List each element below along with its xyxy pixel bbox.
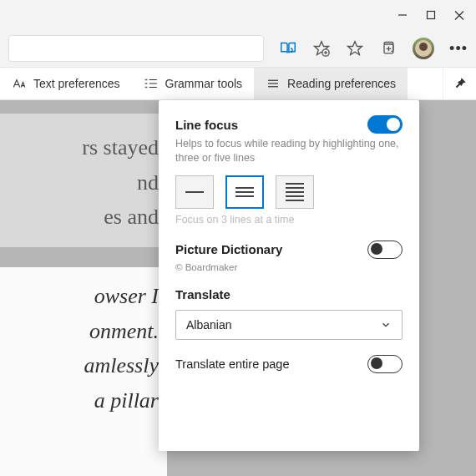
line-focus-hint: Focus on 3 lines at a time <box>175 214 403 225</box>
picture-dictionary-copyright: © Boardmaker <box>175 262 403 272</box>
reading-preferences-button[interactable]: Reading preferences <box>254 68 408 99</box>
reading-preferences-icon <box>266 76 281 91</box>
window-titlebar <box>0 0 476 30</box>
translate-title: Translate <box>175 287 403 301</box>
grammar-tools-icon <box>144 76 159 91</box>
profile-avatar[interactable] <box>413 38 434 59</box>
grammar-tools-label: Grammar tools <box>165 77 243 90</box>
collections-icon[interactable] <box>379 39 398 58</box>
maximize-button[interactable] <box>426 10 436 20</box>
translate-selected-label: Albanian <box>186 318 232 332</box>
translate-entire-page-toggle[interactable] <box>367 355 403 373</box>
favorites-icon[interactable] <box>346 39 364 58</box>
address-input[interactable] <box>8 35 264 62</box>
grammar-tools-button[interactable]: Grammar tools <box>132 68 255 99</box>
reader-toolbar: Text preferences Grammar tools Reading p… <box>0 67 476 100</box>
picture-dictionary-toggle[interactable] <box>367 241 403 259</box>
line-focus-option-1[interactable] <box>175 175 214 209</box>
line-focus-help: Helps to focus while reading by highligh… <box>175 137 403 165</box>
svg-rect-1 <box>428 12 435 19</box>
line-focus-options <box>175 175 403 209</box>
svg-marker-8 <box>348 42 362 55</box>
translate-entire-page-label: Translate entire page <box>175 357 290 371</box>
minimize-button[interactable] <box>398 10 408 20</box>
immersive-reader-icon[interactable] <box>279 39 297 58</box>
reading-preferences-label: Reading preferences <box>287 77 396 90</box>
page-text-block-2: owser I onment. amlessly a pillar <box>0 267 167 476</box>
address-bar-row: ••• <box>0 30 476 67</box>
line-focus-toggle[interactable] <box>367 115 403 134</box>
reading-preferences-panel: Line focus Helps to focus while reading … <box>159 100 419 451</box>
line-focus-option-3[interactable] <box>225 175 264 209</box>
line-focus-title: Line focus <box>175 118 238 132</box>
more-menu-icon[interactable]: ••• <box>449 40 468 58</box>
chevron-down-icon <box>380 319 392 331</box>
close-button[interactable] <box>454 10 464 20</box>
content-area: rs stayed nd es and owser I onment. amle… <box>0 100 476 476</box>
add-favorite-icon[interactable] <box>312 39 331 58</box>
pin-toolbar-button[interactable] <box>443 68 476 99</box>
text-preferences-label: Text preferences <box>33 77 120 90</box>
text-preferences-icon <box>12 76 27 91</box>
picture-dictionary-title: Picture Dictionary <box>175 242 282 256</box>
page-text-block-1: rs stayed nd es and <box>0 114 167 247</box>
line-focus-option-5[interactable] <box>276 175 314 209</box>
text-preferences-button[interactable]: Text preferences <box>0 68 132 99</box>
translate-language-dropdown[interactable]: Albanian <box>175 310 403 340</box>
